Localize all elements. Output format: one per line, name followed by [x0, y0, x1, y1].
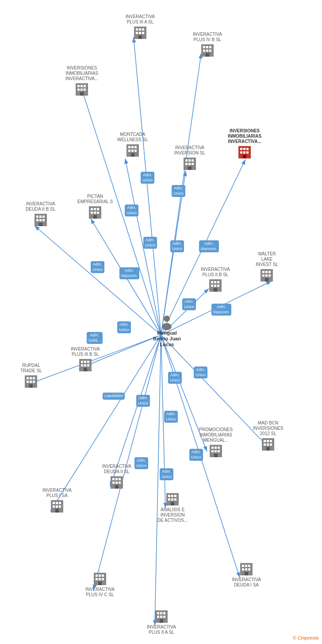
svg-rect-131 — [211, 450, 214, 452]
svg-rect-26 — [142, 28, 144, 31]
node-n11[interactable]: INVERACTIVAPLUS III B SL — [71, 347, 100, 373]
node-n19[interactable]: INVERACTIVAPLUS IV C SL — [85, 571, 115, 598]
node-n1[interactable]: INVERACTIVAPLUS III A SL — [126, 14, 155, 41]
svg-rect-97 — [214, 281, 216, 283]
svg-rect-66 — [192, 159, 194, 162]
node-n15[interactable]: INVERACTIVADEUDA II SL — [102, 464, 131, 490]
node-n10[interactable]: INVERACTIVAPLUS II B SL — [201, 267, 230, 293]
label-n11: INVERACTIVAPLUS III B SL — [71, 347, 100, 357]
svg-rect-38 — [206, 53, 209, 57]
building-icon-n5 — [125, 143, 141, 158]
badge-adm-unico-8[interactable]: Adm.Unico — [117, 321, 131, 333]
svg-rect-56 — [128, 146, 130, 148]
svg-rect-90 — [268, 271, 271, 273]
svg-rect-110 — [84, 368, 87, 371]
diagram-container: MengualBenito JuanLucas INVERACTIVAPLUS … — [0, 0, 322, 644]
badge-adm-unico-10[interactable]: Adm.Unico — [168, 372, 182, 384]
node-n20[interactable]: INVERACTIVAPLUS II A SL — [147, 609, 176, 635]
svg-rect-130 — [218, 447, 220, 449]
label-n17: ANALISIS EINVERSIONDE ACTIVOS... — [157, 507, 188, 523]
svg-rect-161 — [245, 565, 247, 567]
badge-adm-solid-1[interactable]: Adm.Solid... — [87, 332, 103, 344]
node-n17[interactable]: ANALISIS EINVERSIONDE ACTIVOS... — [157, 491, 188, 523]
label-n5: MONTCADAWELLNESS SL — [117, 132, 148, 143]
node-n13[interactable]: MAD BCNINVERSIONES2012 SL — [253, 420, 283, 452]
badge-adm-unico-14[interactable]: Adm.Unico — [134, 457, 148, 469]
svg-rect-53 — [246, 151, 249, 154]
label-n20: INVERACTIVAPLUS II A SL — [147, 625, 176, 635]
svg-rect-42 — [84, 85, 86, 87]
label-n10: INVERACTIVAPLUS II B SL — [201, 267, 230, 278]
badge-adm-unico-11[interactable]: Adm.Unico — [136, 395, 150, 407]
svg-rect-157 — [174, 498, 176, 501]
node-n7[interactable]: PICTANEMPRESARIAL S — [77, 194, 113, 220]
svg-rect-27 — [136, 32, 138, 34]
svg-rect-101 — [217, 285, 219, 287]
node-n18[interactable]: INVERACTIVADEUDA I SA — [232, 561, 261, 588]
svg-rect-174 — [98, 582, 102, 585]
node-n6[interactable]: INVERACTIVAINVERSION SL — [174, 145, 205, 172]
node-n3[interactable]: INVERSIONESINMOBILIARIASINVERACTIVA... — [65, 66, 98, 97]
svg-rect-54 — [243, 155, 246, 158]
svg-rect-123 — [264, 443, 266, 446]
svg-rect-41 — [80, 85, 83, 87]
svg-rect-165 — [248, 568, 250, 571]
badge-adm-unico-6[interactable]: Adm.Unico — [91, 261, 104, 273]
node-n14[interactable]: PROMOCIONESINMOBILIARIASMENGUAL... — [199, 427, 233, 459]
node-n12[interactable]: RUPDALTRADE SL — [20, 363, 42, 389]
svg-rect-36 — [206, 50, 208, 52]
svg-rect-57 — [131, 146, 134, 148]
svg-rect-99 — [211, 285, 213, 287]
svg-point-22 — [162, 323, 172, 330]
badge-adm-unico-4[interactable]: Adm.Unico — [143, 237, 157, 249]
svg-rect-148 — [56, 505, 58, 508]
badge-adm-unico-2[interactable]: Adm.Unico — [172, 185, 185, 197]
svg-rect-43 — [77, 89, 80, 91]
badge-adm-mancom-1[interactable]: Adm.Mancom. — [199, 240, 219, 252]
svg-rect-154 — [174, 495, 176, 497]
svg-rect-91 — [262, 274, 264, 277]
svg-rect-94 — [265, 278, 268, 282]
badge-adm-unico-15[interactable]: Adm.Unico — [160, 468, 173, 480]
svg-rect-96 — [211, 281, 213, 283]
node-n8[interactable]: INVERACTIVADEUDA II B SL — [26, 201, 55, 228]
badge-liquidador[interactable]: Liquidador — [103, 393, 125, 400]
node-n16[interactable]: INVERACTIVAPLUS I SA — [42, 488, 72, 514]
badge-adm-unico-1[interactable]: Adm.Unico — [141, 172, 154, 184]
node-n5[interactable]: MONTCADAWELLNESS SL — [117, 132, 148, 158]
svg-rect-124 — [267, 443, 269, 446]
badge-adm-unico-12[interactable]: Adm.Unico — [164, 411, 178, 423]
badge-adm-unico-13[interactable]: Adm.Unico — [189, 449, 203, 461]
label-n15: INVERACTIVADEUDA II SL — [102, 464, 131, 474]
svg-rect-178 — [163, 612, 165, 614]
label-n3: INVERSIONESINMOBILIARIASINVERACTIVA... — [65, 66, 98, 81]
badge-adm-mancom-3[interactable]: Adm.Mancom. — [211, 304, 231, 316]
svg-rect-45 — [84, 89, 86, 91]
badge-adm-unico-7[interactable]: Adm.Unico — [182, 298, 196, 310]
svg-rect-46 — [80, 92, 84, 96]
svg-rect-100 — [214, 285, 216, 287]
svg-rect-77 — [97, 212, 99, 214]
label-n8: INVERACTIVADEUDA II B SL — [26, 201, 55, 212]
svg-rect-177 — [160, 612, 162, 614]
node-n9[interactable]: WALTERLAKEINVEST SL — [256, 251, 278, 283]
building-icon-n17 — [165, 491, 180, 507]
badge-adm-unico-5[interactable]: Adm.Unico — [170, 240, 184, 252]
svg-line-1 — [134, 37, 161, 335]
building-icon-n11 — [77, 357, 93, 373]
center-node[interactable]: MengualBenito JuanLucas — [153, 314, 181, 348]
badge-adm-mancom-2[interactable]: Adm.Mancom. — [119, 267, 139, 279]
svg-rect-73 — [94, 208, 96, 210]
badge-adm-unico-9[interactable]: Adm.Unico — [194, 366, 207, 378]
svg-point-21 — [164, 316, 170, 322]
svg-rect-82 — [42, 216, 45, 218]
svg-rect-166 — [245, 572, 248, 575]
node-n4[interactable]: INVERSIONESINMOBILIARIASINVERACTIVA... — [228, 128, 261, 160]
badge-adm-unico-3[interactable]: Adm.Unico — [125, 204, 138, 216]
svg-rect-98 — [217, 281, 219, 283]
building-icon-n18 — [238, 561, 254, 577]
svg-rect-35 — [203, 50, 205, 52]
svg-rect-144 — [53, 502, 55, 504]
node-n2[interactable]: INVERACTIVAPLUS IV B SL — [193, 32, 222, 58]
svg-rect-138 — [119, 478, 121, 480]
